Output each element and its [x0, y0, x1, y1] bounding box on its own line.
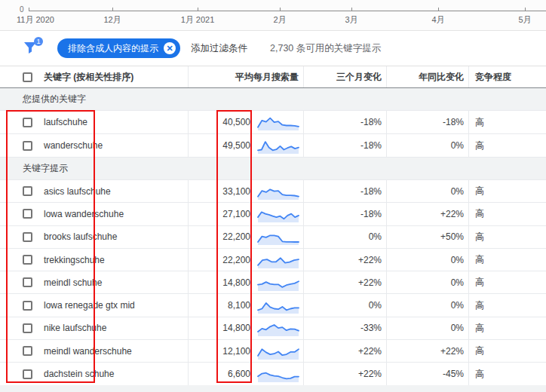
- competition-value: 高: [469, 180, 546, 202]
- axis-tick: [351, 8, 352, 11]
- avg-searches-value: 22,200: [189, 226, 253, 248]
- competition-value: 高: [469, 203, 546, 225]
- axis-tick: [112, 8, 113, 11]
- keyword-label: nike laufschuhe: [44, 323, 106, 333]
- avg-searches-value: 33,100: [189, 180, 253, 202]
- competition-value: 高: [469, 340, 546, 362]
- filter-chip-label: 排除含成人内容的提示: [68, 42, 158, 55]
- filter-chip-exclude-adult[interactable]: 排除含成人内容的提示 ✕: [57, 38, 180, 58]
- competition-value: 高: [469, 226, 546, 248]
- avg-searches-value: 27,100: [189, 203, 253, 225]
- row-checkbox[interactable]: [23, 141, 32, 151]
- yoy-change-value: 0%: [387, 249, 469, 271]
- table-row[interactable]: wanderschuhe 49,500 -18% 0% 高: [0, 134, 546, 158]
- trend-sparkline: [253, 111, 304, 133]
- trend-sparkline: [253, 294, 304, 316]
- axis-tick: [280, 8, 281, 11]
- trend-chart-axis: 0 11月 2020 12月 1月 2021 2月 3月 4月 5月: [0, 0, 546, 31]
- table-row[interactable]: brooks laufschuhe 22,200 0% +50% 高: [0, 226, 546, 249]
- x-axis-line: [29, 11, 546, 11]
- yoy-change-value: 0%: [387, 317, 469, 339]
- select-all-checkbox[interactable]: [23, 72, 32, 82]
- table-row[interactable]: lowa renegade gtx mid 8,100 0% 0% 高: [0, 294, 546, 317]
- section-header-provided-keywords: 您提供的关键字: [0, 88, 546, 111]
- close-icon[interactable]: ✕: [164, 42, 176, 54]
- keyword-label: laufschuhe: [44, 117, 87, 127]
- table-row[interactable]: lowa wanderschuhe 27,100 -18% +22% 高: [0, 203, 546, 225]
- row-checkbox[interactable]: [23, 277, 32, 287]
- avg-searches-value: 22,200: [189, 249, 253, 271]
- yoy-change-value: 0%: [387, 134, 469, 157]
- avg-searches-value: 8,100: [189, 294, 253, 316]
- table-row[interactable]: trekkingschuhe 22,200 +22% 0% 高: [0, 249, 546, 271]
- header-keyword[interactable]: 关键字 (按相关性排序): [44, 71, 133, 84]
- table-header-row: 关键字 (按相关性排序) 平均每月搜索量 三个月变化 年同比变化 竞争程度: [0, 66, 546, 88]
- row-checkbox[interactable]: [23, 186, 32, 196]
- avg-searches-value: 49,500: [189, 134, 253, 157]
- add-filter-button[interactable]: 添加过滤条件: [191, 42, 247, 55]
- row-checkbox[interactable]: [23, 369, 32, 379]
- row-checkbox[interactable]: [23, 323, 32, 333]
- keyword-label: lowa renegade gtx mid: [44, 300, 135, 311]
- avg-searches-value: 14,800: [189, 317, 253, 339]
- trend-sparkline: [253, 271, 304, 293]
- trend-sparkline: [253, 363, 304, 384]
- header-three-month-change[interactable]: 三个月变化: [304, 66, 387, 87]
- available-keywords-count: 2,730 条可用的关键字提示: [270, 42, 381, 55]
- three-month-change-value: +22%: [304, 363, 387, 384]
- row-checkbox[interactable]: [23, 301, 32, 311]
- yoy-change-value: -18%: [387, 111, 469, 133]
- y-axis-zero-label: 0: [20, 5, 24, 14]
- row-checkbox[interactable]: [23, 118, 32, 127]
- yoy-change-value: -45%: [387, 363, 469, 384]
- competition-value: 高: [469, 317, 546, 339]
- month-label: 1月 2021: [181, 14, 215, 26]
- keyword-label: asics laufschuhe: [44, 186, 111, 197]
- trend-sparkline: [253, 134, 304, 157]
- section-header-keyword-ideas: 关键字提示: [0, 158, 546, 180]
- axis-tick: [438, 8, 439, 11]
- avg-searches-value: 12,100: [189, 340, 253, 362]
- yoy-change-value: +50%: [387, 226, 469, 248]
- three-month-change-value: +22%: [304, 249, 387, 271]
- three-month-change-value: -18%: [304, 111, 387, 133]
- month-label: 4月: [431, 14, 444, 26]
- yoy-change-value: 0%: [387, 294, 469, 316]
- keyword-label: dachstein schuhe: [44, 369, 114, 379]
- avg-searches-value: 14,800: [189, 271, 253, 293]
- yoy-change-value: +22%: [387, 340, 469, 362]
- month-label: 11月 2020: [17, 14, 54, 26]
- trend-sparkline: [253, 317, 304, 339]
- yoy-change-value: +22%: [387, 203, 469, 225]
- keyword-label: meindl schuhe: [44, 277, 102, 288]
- three-month-change-value: +22%: [304, 340, 387, 362]
- three-month-change-value: -18%: [304, 180, 387, 202]
- header-competition[interactable]: 竞争程度: [469, 66, 546, 87]
- keyword-label: lowa wanderschuhe: [44, 209, 124, 219]
- table-row[interactable]: asics laufschuhe 33,100 -18% 0% 高: [0, 180, 546, 203]
- row-checkbox[interactable]: [23, 209, 32, 219]
- month-label: 5月: [518, 14, 531, 26]
- three-month-change-value: -33%: [304, 317, 387, 339]
- keyword-label: wanderschuhe: [44, 140, 103, 151]
- filter-bar: 1 排除含成人内容的提示 ✕ 添加过滤条件 2,730 条可用的关键字提示: [0, 31, 546, 66]
- axis-tick: [525, 8, 526, 11]
- bottom-strip: [0, 385, 546, 392]
- keyword-label: trekkingschuhe: [44, 255, 105, 265]
- table-row[interactable]: meindl wanderschuhe 12,100 +22% +22% 高: [0, 340, 546, 363]
- filter-funnel-icon[interactable]: 1: [23, 40, 39, 57]
- table-row[interactable]: nike laufschuhe 14,800 -33% 0% 高: [0, 317, 546, 340]
- yoy-change-value: 0%: [387, 180, 469, 202]
- three-month-change-value: 0%: [304, 226, 387, 248]
- month-label: 3月: [345, 14, 357, 26]
- row-checkbox[interactable]: [23, 346, 32, 356]
- competition-value: 高: [469, 271, 546, 293]
- keyword-planner-page: 0 11月 2020 12月 1月 2021 2月 3月 4月 5月 1 排除含…: [0, 0, 546, 392]
- table-row[interactable]: laufschuhe 40,500 -18% -18% 高: [0, 111, 546, 134]
- row-checkbox[interactable]: [23, 232, 32, 242]
- header-avg-monthly-searches[interactable]: 平均每月搜索量: [189, 66, 304, 87]
- header-yoy-change[interactable]: 年同比变化: [387, 66, 469, 87]
- table-row[interactable]: dachstein schuhe 6,600 +22% -45% 高: [0, 363, 546, 385]
- table-row[interactable]: meindl schuhe 14,800 +22% 0% 高: [0, 271, 546, 294]
- row-checkbox[interactable]: [23, 255, 32, 265]
